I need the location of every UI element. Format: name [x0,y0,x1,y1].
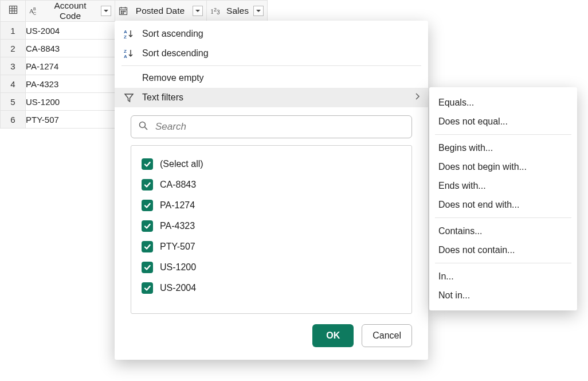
checkbox-checked-icon[interactable] [142,220,153,232]
remove-empty[interactable]: Remove empty [115,68,428,88]
filter-equals[interactable]: Equals... [429,93,577,112]
sort-desc-icon: ZA [123,48,135,59]
filter-does-not-equal[interactable]: Does not equal... [429,112,577,131]
checkbox-checked-icon[interactable] [142,158,153,170]
cell-account-code[interactable]: US-2004 [26,22,115,40]
svg-text:Z: Z [124,34,127,39]
menu-separator [435,263,571,263]
svg-point-13 [123,11,124,12]
checkbox-checked-icon[interactable] [142,179,153,190]
value-label: CA-8843 [160,180,196,190]
sort-ascending[interactable]: AZ Sort ascending [115,24,428,44]
cell-account-code[interactable]: PTY-507 [26,111,115,129]
value-label: PTY-507 [160,242,195,252]
date-type-icon [119,6,128,15]
select-all-row[interactable]: (Select all) [142,154,401,174]
ok-button[interactable]: OK [312,324,354,347]
menu-separator [435,134,571,135]
column-label: Posted Date [131,6,189,16]
text-filters[interactable]: Text filters [115,88,428,107]
svg-point-24 [140,122,146,128]
column-filter-button[interactable] [253,6,264,16]
menu-separator [435,217,571,218]
svg-text:B: B [33,7,36,11]
filter-value-row[interactable]: PA-1274 [142,195,401,216]
grid-corner[interactable] [1,1,26,22]
svg-point-12 [121,11,122,12]
filter-does-not-end-with[interactable]: Does not end with... [429,195,577,214]
filter-contains[interactable]: Contains... [429,221,577,240]
menu-label: Sort ascending [142,29,203,39]
checkbox-checked-icon[interactable] [142,262,153,273]
menu-separator [121,65,421,66]
text-type-icon: ABC [29,6,40,16]
filter-ends-with[interactable]: Ends with... [429,176,577,195]
column-header-sales[interactable]: 123 Sales [207,1,268,22]
number-type-icon: 123 [210,6,222,15]
caret-down-icon [103,8,109,14]
value-label: PA-1274 [160,200,195,211]
column-label: Sales [225,6,250,16]
row-number: 5 [1,93,26,111]
cell-account-code[interactable]: PA-1274 [26,57,115,75]
filter-value-row[interactable]: PTY-507 [142,236,401,257]
filter-not-in[interactable]: Not in... [429,286,577,305]
search-input[interactable] [154,120,405,133]
filter-does-not-contain[interactable]: Does not contain... [429,240,577,259]
menu-label: Sort descending [142,48,209,59]
filter-begins-with[interactable]: Begins with... [429,138,577,157]
row-number: 1 [1,22,26,40]
column-header-account-code[interactable]: ABC Account Code [26,1,115,22]
checkbox-checked-icon[interactable] [142,241,153,252]
value-label: (Select all) [160,159,203,169]
filter-value-row[interactable]: US-1200 [142,257,401,278]
filter-dropdown-panel: AZ Sort ascending ZA Sort descending Rem… [115,21,428,360]
svg-point-14 [124,11,126,12]
chevron-right-icon [414,92,420,103]
svg-text:3: 3 [217,9,220,15]
svg-text:A: A [124,54,127,59]
search-icon [138,120,148,133]
cell-account-code[interactable]: CA-8843 [26,40,115,57]
menu-label: Text filters [142,92,183,103]
row-number: 6 [1,111,26,129]
caret-down-icon [256,8,261,14]
svg-line-25 [145,127,148,130]
column-label: Account Code [43,1,97,21]
svg-text:A: A [124,29,127,34]
filter-does-not-begin-with[interactable]: Does not begin with... [429,157,577,176]
svg-point-15 [121,13,122,14]
svg-text:C: C [33,11,36,15]
value-label: US-1200 [160,262,196,273]
filter-in[interactable]: In... [429,267,577,286]
filter-icon [123,92,135,103]
svg-point-16 [123,13,124,14]
row-number: 2 [1,40,26,57]
filter-value-row[interactable]: US-2004 [142,278,401,298]
text-filters-submenu: Equals... Does not equal... Begins with.… [429,87,577,310]
sort-descending[interactable]: ZA Sort descending [115,44,428,63]
table-icon [9,5,18,14]
filter-values-list: (Select all) CA-8843 PA-1274 PA-4323 PTY… [131,145,412,314]
filter-value-row[interactable]: CA-8843 [142,174,401,195]
value-label: US-2004 [160,283,196,293]
sort-asc-icon: AZ [123,29,135,39]
filter-value-row[interactable]: PA-4323 [142,216,401,236]
cell-account-code[interactable]: US-1200 [26,93,115,111]
row-number: 4 [1,75,26,93]
menu-label: Remove empty [142,73,204,83]
column-filter-button[interactable] [193,6,203,16]
checkbox-checked-icon[interactable] [142,200,153,211]
svg-text:Z: Z [124,49,127,54]
row-number: 3 [1,57,26,75]
checkbox-checked-icon[interactable] [142,282,153,294]
svg-rect-0 [9,6,17,14]
cell-account-code[interactable]: PA-4323 [26,75,115,93]
search-input-wrapper[interactable] [131,115,412,138]
caret-down-icon [195,8,201,14]
cancel-button[interactable]: Cancel [362,324,412,347]
value-label: PA-4323 [160,221,195,231]
column-filter-button[interactable] [101,6,111,16]
column-header-posted-date[interactable]: Posted Date [115,1,207,22]
